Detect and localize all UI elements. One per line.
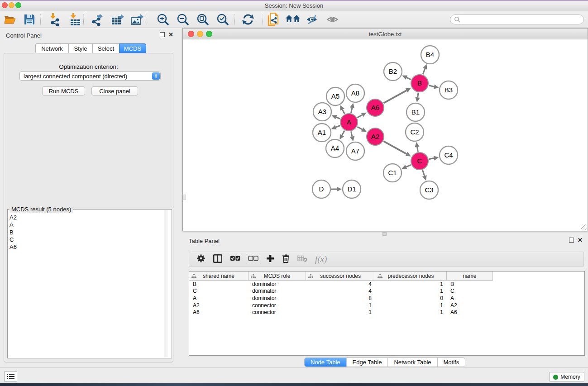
tab-motifs[interactable]: Motifs — [438, 358, 465, 367]
edge-A-A7[interactable] — [351, 132, 352, 137]
node-A3[interactable]: A3 — [313, 103, 331, 121]
edge-A-A5[interactable] — [342, 110, 344, 114]
node-A7[interactable]: A7 — [346, 142, 364, 160]
first-neighbors-icon[interactable] — [285, 13, 301, 26]
edge-A-A6[interactable] — [357, 115, 362, 118]
node-B1[interactable]: B1 — [406, 103, 425, 121]
mcds-result-scrollbar[interactable] — [164, 210, 168, 357]
export-table-icon[interactable] — [110, 13, 125, 26]
import-table-icon[interactable] — [67, 13, 83, 26]
edge-C-C2[interactable] — [417, 147, 418, 152]
close-panel-icon[interactable]: ✕ — [578, 238, 583, 243]
search-input[interactable] — [450, 14, 584, 24]
run-mcds-button[interactable]: Run MCDS — [42, 86, 85, 95]
mcds-result-item[interactable]: A2 — [10, 214, 159, 221]
tab-network-table[interactable]: Network Table — [388, 358, 437, 367]
edge-C-C3[interactable] — [423, 170, 425, 176]
edge-A2-C[interactable] — [383, 141, 406, 154]
edge-A-A3[interactable] — [336, 117, 340, 119]
node-A4[interactable]: A4 — [326, 139, 344, 157]
tab-node-table[interactable]: Node Table — [305, 358, 347, 367]
gear-icon[interactable] — [196, 254, 206, 265]
close-panel-button[interactable]: Close panel — [91, 86, 138, 95]
close-panel-icon[interactable]: ✕ — [168, 32, 173, 37]
edge-A-A8[interactable] — [351, 108, 352, 113]
node-C4[interactable]: C4 — [440, 146, 458, 164]
edge-A-A4[interactable] — [342, 131, 345, 135]
clone-network-icon[interactable] — [265, 13, 281, 26]
column-header-successor-nodes[interactable]: successor nodes — [306, 272, 375, 281]
tab-network[interactable]: Network — [35, 43, 68, 53]
zoom-fit-icon[interactable] — [195, 13, 210, 26]
tab-select[interactable]: Select — [92, 43, 119, 53]
memory-button[interactable]: Memory — [549, 372, 584, 382]
show-all-icon[interactable] — [325, 13, 340, 26]
toolbar-separator — [234, 14, 235, 25]
network-scroll-thumb[interactable] — [183, 195, 186, 200]
table-row[interactable]: A6connector11A6 — [189, 309, 584, 316]
edge-C-C4[interactable] — [429, 158, 434, 159]
save-session-icon[interactable] — [22, 13, 37, 26]
select-all-icon[interactable] — [230, 255, 240, 263]
table-row[interactable]: Bdominator41B — [189, 281, 584, 288]
unselect-all-icon[interactable] — [248, 255, 258, 263]
delete-column-icon[interactable] — [282, 254, 290, 265]
column-header-shared-name[interactable]: shared name — [189, 272, 249, 281]
node-B4[interactable]: B4 — [421, 46, 439, 64]
optimization-criterion-select[interactable]: largest connected component (directed) ▲… — [19, 71, 161, 81]
edge-C-C1[interactable] — [406, 165, 411, 167]
node-B2[interactable]: B2 — [384, 62, 402, 81]
add-column-icon[interactable] — [266, 254, 274, 264]
table-row[interactable]: Cdominator41C — [189, 288, 584, 295]
node-A2[interactable]: A2 — [367, 128, 384, 145]
export-network-icon[interactable] — [90, 13, 105, 26]
export-image-icon[interactable] — [129, 13, 145, 26]
hide-selected-icon[interactable] — [305, 13, 320, 26]
column-header-predecessor-nodes[interactable]: predecessor nodes — [375, 272, 447, 281]
node-A6[interactable]: A6 — [367, 99, 384, 116]
node-C3[interactable]: C3 — [420, 181, 438, 199]
refresh-icon[interactable] — [240, 13, 256, 26]
edge-B-B2[interactable] — [406, 77, 411, 79]
mcds-result-item[interactable]: C — [10, 236, 159, 243]
node-C[interactable]: C — [411, 152, 428, 170]
edge-A-A2[interactable] — [357, 127, 362, 129]
node-C1[interactable]: C1 — [383, 164, 402, 182]
node-A5[interactable]: A5 — [326, 87, 344, 105]
tab-style[interactable]: Style — [68, 43, 92, 53]
tab-edge-table[interactable]: Edge Table — [347, 358, 388, 367]
zoom-in-icon[interactable] — [155, 13, 171, 26]
column-header-name[interactable]: name — [447, 272, 493, 281]
edge-B-B4[interactable] — [423, 69, 425, 74]
table-row[interactable]: A2connector11A2 — [189, 302, 584, 309]
zoom-selected-icon[interactable] — [215, 13, 230, 26]
table-row[interactable]: Adominator80A — [189, 295, 584, 302]
node-D[interactable]: D — [312, 180, 330, 198]
column-header-MCDS-role[interactable]: MCDS role — [249, 272, 306, 281]
tab-mcds[interactable]: MCDS — [119, 43, 146, 53]
column-layout-icon[interactable] — [213, 254, 222, 265]
node-A1[interactable]: A1 — [313, 124, 331, 142]
mcds-result-list[interactable]: A2ABCA6 — [10, 214, 159, 251]
open-file-icon[interactable] — [2, 13, 18, 26]
mcds-result-item[interactable]: A — [10, 221, 159, 229]
edge-A-A1[interactable] — [336, 126, 340, 128]
network-resize-grip[interactable] — [581, 224, 587, 230]
node-B[interactable]: B — [411, 75, 428, 92]
mcds-result-item[interactable]: A6 — [10, 243, 159, 251]
task-history-button[interactable] — [4, 372, 17, 381]
node-D1[interactable]: D1 — [343, 180, 361, 198]
float-panel-icon[interactable] — [160, 32, 165, 37]
edge-A6-B[interactable] — [383, 91, 406, 103]
import-network-icon[interactable] — [48, 13, 63, 26]
node-C2[interactable]: C2 — [406, 123, 424, 141]
node-A[interactable]: A — [340, 114, 358, 131]
edge-B-B3[interactable] — [429, 86, 434, 87]
node-A8[interactable]: A8 — [346, 84, 364, 102]
zoom-out-icon[interactable] — [175, 13, 191, 26]
float-panel-icon[interactable] — [569, 238, 574, 243]
network-canvas[interactable]: B4B2BB3A5A8A6B1A3AA1C2A2A4A7C4CC1C3DD1 — [183, 40, 587, 231]
node-B3[interactable]: B3 — [440, 81, 458, 99]
mcds-result-item[interactable]: B — [10, 229, 159, 236]
edge-B-B1[interactable] — [418, 93, 418, 98]
